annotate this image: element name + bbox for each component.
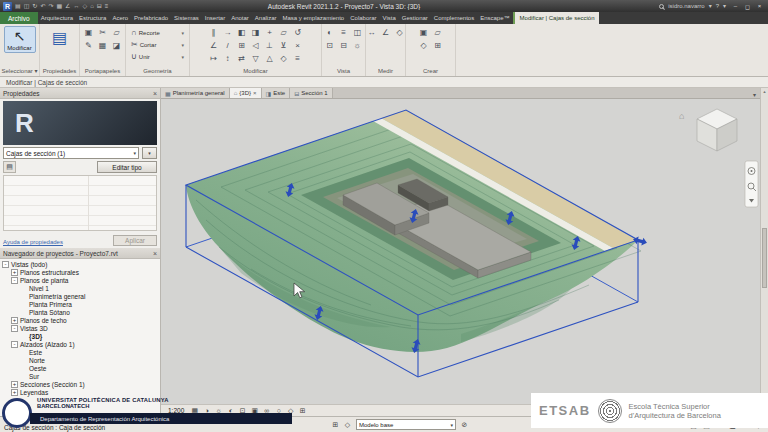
tree-este[interactable]: Este <box>0 348 160 356</box>
save-icon[interactable]: ◫ <box>24 3 30 9</box>
tree-planos-estructurales[interactable]: + Planos estructurales <box>0 268 160 276</box>
search-icon[interactable] <box>659 4 664 9</box>
type-selector-search-button[interactable]: ▾ <box>142 147 157 159</box>
type-preview-image[interactable]: R <box>3 101 157 145</box>
tree-planos-de-techo[interactable]: + Planos de techo <box>0 316 160 324</box>
panel-label-modify[interactable]: Modificar <box>190 66 321 76</box>
redo-icon[interactable]: ↷ <box>48 3 53 9</box>
tree-toggle-icon[interactable]: + <box>11 381 18 388</box>
close-icon[interactable]: × <box>153 250 157 257</box>
tree-toggle-icon[interactable]: - <box>11 325 18 332</box>
ribbon-tab[interactable]: Gestionar <box>399 12 431 24</box>
context-tab-modify[interactable]: Modificar | Cajas de sección <box>513 12 600 24</box>
copy-element-icon[interactable]: ▱ <box>277 26 290 38</box>
tree-vistas-todo[interactable]: - Vistas (todo) <box>0 260 160 268</box>
worksets-icon[interactable]: ⊞ <box>330 420 341 430</box>
panel-label-view[interactable]: Vista <box>322 66 365 76</box>
file-tab[interactable]: Archivo <box>0 12 38 24</box>
tag-icon[interactable]: ◇ <box>83 3 88 9</box>
create-similar-icon[interactable]: ▱ <box>431 26 444 38</box>
panel-label-measure[interactable]: Medir <box>366 66 405 76</box>
match-type-icon[interactable]: ✎ <box>82 39 95 51</box>
close-icon[interactable]: × <box>153 90 157 97</box>
minimize-button[interactable]: – <box>730 3 741 10</box>
ribbon-tab[interactable]: Acero <box>109 12 131 24</box>
ribbon-tab[interactable]: Anotar <box>228 12 252 24</box>
properties-toggle-button[interactable]: ▤ <box>44 26 76 50</box>
measure-along-icon[interactable]: ∠ <box>379 26 392 38</box>
aligned-dimension-icon[interactable]: ↔ <box>74 3 80 9</box>
properties-filter-icon[interactable]: ▤ <box>3 161 16 173</box>
ribbon-tab[interactable]: Vista <box>380 12 399 24</box>
drawing-area[interactable]: ▦ Planimetría general ⌂ {3D} × ◨ Este ⊟ … <box>161 88 760 404</box>
hide-elements-icon[interactable]: ◫ <box>351 26 364 38</box>
ribbon-tab[interactable]: Masa y emplazamiento <box>280 12 348 24</box>
navigation-bar[interactable] <box>745 161 758 207</box>
chevron-down-icon[interactable]: ▾ <box>181 42 184 48</box>
tree-3d[interactable]: {3D} <box>0 332 160 340</box>
ribbon-tab[interactable]: Colaborar <box>347 12 379 24</box>
array-icon[interactable]: ⊞ <box>235 39 248 51</box>
isolate-elements-icon[interactable]: ⊡ <box>323 39 336 51</box>
tree-planta-primera[interactable]: Planta Primera <box>0 300 160 308</box>
properties-grid[interactable] <box>3 175 157 231</box>
pin-icon[interactable]: ⊥ <box>263 39 276 51</box>
split-element-icon[interactable]: / <box>221 39 234 51</box>
section-box-icon[interactable]: ⊟ <box>337 39 350 51</box>
view-tab-3d[interactable]: ⌂ {3D} × <box>230 88 262 98</box>
section-icon[interactable]: ⊟ <box>97 3 102 9</box>
project-browser-header[interactable]: Navegador de proyectos - Proyecto7.rvt × <box>0 248 160 259</box>
demolish-icon[interactable]: ▽ <box>249 52 262 64</box>
tree-toggle-icon[interactable]: - <box>11 277 18 284</box>
modify-tool-button[interactable]: ↖ Modificar <box>4 26 36 53</box>
move-icon[interactable]: + <box>263 26 276 38</box>
wall-joins-icon[interactable]: ⇄ <box>235 52 248 64</box>
tree-planimetria-general[interactable]: Planimetría general <box>0 292 160 300</box>
offset-icon[interactable]: → <box>221 26 234 38</box>
tree-sur[interactable]: Sur <box>0 372 160 380</box>
panel-label-clipboard[interactable]: Portapapeles <box>80 66 125 76</box>
ribbon-tab[interactable]: Insertar <box>202 12 228 24</box>
exclude-options-icon[interactable]: ⊘ <box>459 420 470 430</box>
panel-label-create[interactable]: Crear <box>406 66 455 76</box>
ribbon-tab[interactable]: Enscape™ <box>477 12 512 24</box>
scroll-up-icon[interactable]: ▲ <box>761 89 768 94</box>
tree-leyendas[interactable]: + Leyendas <box>0 388 160 396</box>
signed-in-user[interactable]: isidro.navarro <box>668 3 704 9</box>
tree-secciones[interactable]: + Secciones (Sección 1) <box>0 380 160 388</box>
rotate-icon[interactable]: ↺ <box>291 26 304 38</box>
trim-geometry-button[interactable]: ∩ Recorte ▾ <box>128 27 187 38</box>
maximize-button[interactable]: ◻ <box>742 3 753 10</box>
thin-lines-view-icon[interactable]: ≡ <box>337 26 350 38</box>
revit-logo-icon[interactable]: R <box>3 2 12 11</box>
ribbon-tab[interactable]: Prefabricado <box>131 12 171 24</box>
tree-alzados[interactable]: - Alzados (Alzado 1) <box>0 340 160 348</box>
element-list-icon[interactable]: ≡ <box>291 52 304 64</box>
dimension-icon[interactable]: ◇ <box>277 52 290 64</box>
properties-header[interactable]: Propiedades × <box>0 88 160 99</box>
user-menu-caret-icon[interactable]: ▾ <box>709 3 712 9</box>
edit-type-button[interactable]: Editar tipo <box>97 161 157 173</box>
dimension-tool-icon[interactable]: ◇ <box>393 26 406 38</box>
design-options-select[interactable]: Modelo base ▾ <box>356 419 456 430</box>
tree-planta-sotano[interactable]: Planta Sótano <box>0 308 160 316</box>
properties-help-link[interactable]: Ayuda de propiedades <box>3 239 63 245</box>
create-parts-icon[interactable]: △ <box>263 52 276 64</box>
help-icon[interactable]: ? <box>716 3 719 9</box>
tree-toggle-icon[interactable]: - <box>11 341 18 348</box>
paste-icon[interactable]: ▣ <box>82 26 95 38</box>
ribbon-tab[interactable]: Sistemas <box>171 12 202 24</box>
scale-icon[interactable]: ◁ <box>249 39 262 51</box>
panel-label-select[interactable]: Seleccionar ▾ <box>0 66 39 76</box>
tree-norte[interactable]: Norte <box>0 356 160 364</box>
copy-icon[interactable]: ▱ <box>110 26 123 38</box>
create-assembly-icon[interactable]: ⊞ <box>431 39 444 51</box>
view-tab-overflow-icon[interactable]: ▾ <box>753 91 756 98</box>
visibility-graphics-icon[interactable]: ◐ <box>323 26 336 38</box>
delete-icon[interactable]: × <box>291 39 304 51</box>
ribbon-tab[interactable]: Arquitectura <box>38 12 76 24</box>
thin-lines-icon[interactable]: ≡ <box>105 3 109 9</box>
mirror-draw-axis-icon[interactable]: ◨ <box>249 26 262 38</box>
mirror-pick-axis-icon[interactable]: ◧ <box>235 26 248 38</box>
view-tab-planimetria-general[interactable]: ▦ Planimetría general <box>161 88 230 98</box>
